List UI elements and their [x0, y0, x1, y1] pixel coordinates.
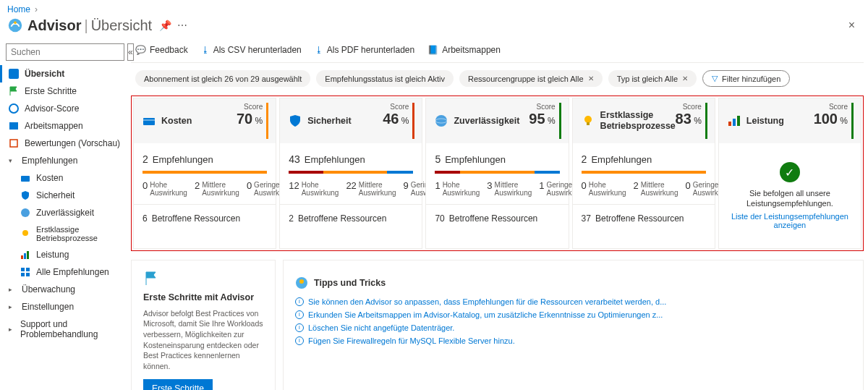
performance-link[interactable]: Liste der Leistungsempfehlungen anzeigen — [726, 212, 854, 229]
nav-uebersicht[interactable]: Übersicht — [0, 65, 127, 82]
svg-point-0 — [9, 19, 22, 32]
tip-item[interactable]: iLöschen Sie nicht angefügte Datenträger… — [295, 321, 851, 334]
search-input[interactable] — [6, 43, 124, 61]
cost-icon — [20, 173, 30, 183]
card-sicherheit[interactable]: Sicherheit Score46 % 43Empfehlungen 12Ho… — [279, 98, 422, 249]
nav-einstellungen[interactable]: ▸ Einstellungen — [0, 298, 127, 315]
svg-rect-9 — [21, 255, 23, 259]
check-icon: ✓ — [780, 162, 800, 182]
nav-betrieb[interactable]: Erstklassige Betriebsprozesse — [0, 221, 127, 246]
filter-status[interactable]: Empfehlungsstatus ist gleich Aktiv — [316, 70, 454, 87]
svg-rect-16 — [143, 118, 155, 125]
trophy-icon — [582, 114, 595, 127]
impact-bar — [582, 171, 706, 174]
nav-bewertungen[interactable]: Bewertungen (Vorschau) — [0, 135, 127, 152]
breadcrumb-home[interactable]: Home — [7, 4, 30, 14]
filter-icon: ▽ — [712, 74, 718, 83]
score-bar — [266, 103, 268, 139]
trophy-icon — [20, 229, 30, 239]
nav-advisor-score[interactable]: Advisor-Score — [0, 100, 127, 117]
download-csv-button[interactable]: ⭳Als CSV herunterladen — [201, 45, 302, 55]
filter-type[interactable]: Typ ist gleich Alle✕ — [608, 70, 697, 87]
nav-kosten[interactable]: Kosten — [0, 169, 127, 187]
globe-icon — [20, 208, 30, 218]
page-title: Advisor — [27, 17, 81, 34]
info-icon: i — [295, 310, 304, 319]
chevron-right-icon: ▸ — [9, 326, 14, 333]
score-bar — [851, 103, 854, 139]
nav-zuverlaessigkeit[interactable]: Zuverlässigkeit — [0, 204, 127, 221]
impact-bar — [142, 171, 267, 174]
filter-subscription[interactable]: Abonnement ist gleich 26 von 29 ausgewäh… — [135, 70, 310, 87]
info-icon: i — [295, 336, 304, 345]
card-kosten[interactable]: Kosten Score70 % 2Empfehlungen 0HoheAusw… — [133, 98, 276, 249]
feedback-icon: 💬 — [135, 45, 146, 55]
nav-alle[interactable]: Alle Empfehlungen — [0, 263, 127, 281]
score-bar — [559, 103, 561, 139]
nav-erste-schritte[interactable]: Erste Schritte — [0, 82, 127, 100]
card-zuverlaessigkeit[interactable]: Zuverlässigkeit Score95 % 5Empfehlungen … — [425, 98, 569, 249]
pin-icon[interactable]: 📌 — [159, 20, 171, 31]
tips-card: Tipps und Tricks iSie können den Advisor… — [283, 260, 864, 390]
getting-started-button[interactable]: Erste Schritte — [143, 379, 213, 390]
getting-started-card: Erste Schritte mit Advisor Advisor befol… — [131, 260, 276, 390]
svg-point-1 — [14, 22, 17, 25]
download-pdf-button[interactable]: ⭳Als PDF herunterladen — [315, 45, 414, 55]
info-icon: i — [295, 323, 304, 332]
nav-arbeitsmappen[interactable]: Arbeitsmappen — [0, 117, 127, 135]
shield-icon — [289, 114, 302, 127]
page-subtitle: Übersicht — [91, 17, 152, 34]
grid-icon — [20, 267, 30, 277]
svg-rect-4 — [9, 122, 18, 130]
sidebar: « Übersicht Erste Schritte Advisor-Score… — [0, 41, 127, 390]
tip-item[interactable]: iSie können den Advisor so anpassen, das… — [295, 295, 851, 308]
card-leistung[interactable]: Leistung Score100 % ✓ Sie befolgen all u… — [718, 98, 861, 249]
tip-item[interactable]: iFügen Sie Firewallregeln für MySQL Flex… — [295, 334, 851, 347]
score-cards: Kosten Score70 % 2Empfehlungen 0HoheAusw… — [131, 96, 864, 251]
chevron-right-icon: › — [35, 4, 38, 14]
toolbar: 💬Feedback ⭳Als CSV herunterladen ⭳Als PD… — [131, 41, 864, 63]
card-betrieb[interactable]: Erstklassige Betriebsprozesse Score83 % … — [572, 98, 715, 249]
filter-resourcegroup[interactable]: Ressourcengruppe ist gleich Alle✕ — [459, 70, 603, 87]
score-bar — [412, 103, 414, 139]
add-filter-button[interactable]: ▽Filter hinzufügen — [702, 70, 790, 87]
nav-leistung[interactable]: Leistung — [0, 246, 127, 263]
tip-item[interactable]: iErkunden Sie Arbeitsmappen im Advisor-K… — [295, 308, 851, 321]
advisor-icon — [7, 17, 23, 33]
globe-icon — [435, 114, 448, 127]
chevron-right-icon: ▸ — [9, 303, 16, 310]
filter-bar: Abonnement ist gleich 26 von 29 ausgewäh… — [131, 63, 864, 96]
breadcrumb: Home › — [0, 0, 868, 16]
svg-rect-2 — [9, 69, 19, 79]
svg-point-26 — [299, 279, 304, 284]
workbooks-button[interactable]: 📘Arbeitsmappen — [427, 45, 501, 55]
more-icon[interactable]: ⋯ — [177, 20, 187, 31]
assessment-icon — [9, 138, 19, 148]
remove-filter-icon[interactable]: ✕ — [682, 75, 688, 82]
svg-rect-13 — [26, 268, 30, 271]
svg-point-18 — [435, 115, 447, 127]
workbook-icon: 📘 — [427, 45, 438, 55]
svg-rect-15 — [26, 273, 30, 276]
cost-icon — [142, 114, 156, 127]
nav-sicherheit[interactable]: Sicherheit — [0, 187, 127, 204]
svg-rect-11 — [27, 251, 29, 259]
impact-bar — [435, 171, 559, 174]
svg-point-20 — [584, 116, 592, 123]
remove-filter-icon[interactable]: ✕ — [588, 75, 594, 82]
svg-point-7 — [21, 208, 30, 217]
svg-rect-6 — [21, 176, 30, 182]
nav-ueberwachung[interactable]: ▸ Überwachung — [0, 281, 127, 298]
svg-rect-12 — [21, 268, 25, 271]
close-icon[interactable]: × — [843, 16, 861, 35]
nav-support[interactable]: ▸ Support und Problembehandlung — [0, 315, 127, 343]
svg-rect-14 — [21, 273, 25, 276]
nav-empfehlungen[interactable]: ▾ Empfehlungen — [0, 152, 127, 169]
svg-rect-21 — [587, 122, 590, 125]
flag-icon — [9, 86, 19, 96]
feedback-button[interactable]: 💬Feedback — [135, 45, 188, 55]
chart-icon — [20, 250, 30, 260]
chevron-right-icon: ▸ — [9, 286, 16, 293]
overview-icon — [9, 69, 19, 79]
score-bar — [705, 103, 707, 139]
